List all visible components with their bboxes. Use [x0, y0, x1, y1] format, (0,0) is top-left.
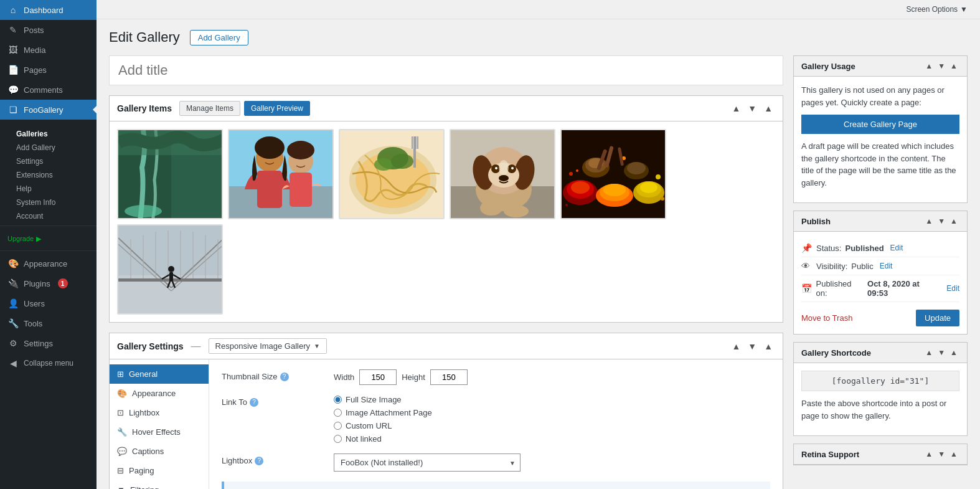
- published-edit-link[interactable]: Edit: [946, 284, 959, 293]
- gallery-image-3[interactable]: [339, 129, 445, 219]
- gallery-image-1[interactable]: [117, 129, 223, 219]
- svg-point-40: [571, 181, 590, 194]
- sidebar-label-tools: Tools: [24, 319, 42, 328]
- sidebar-item-dashboard[interactable]: ⌂ Dashboard: [0, 0, 97, 20]
- status-edit-link[interactable]: Edit: [890, 244, 903, 252]
- link-to-help-icon[interactable]: ?: [250, 398, 258, 407]
- screen-options-button[interactable]: Screen Options ▼: [901, 2, 973, 16]
- thumbnail-size-help-icon[interactable]: ?: [280, 373, 289, 381]
- sidebar-item-pages[interactable]: 📄 Pages: [0, 60, 97, 80]
- manage-items-tab[interactable]: Manage Items: [179, 101, 240, 116]
- gallery-image-6[interactable]: [117, 224, 223, 315]
- svg-point-77: [168, 266, 174, 272]
- gallery-tabs: Manage Items Gallery Preview: [179, 101, 310, 116]
- radio-custom-input[interactable]: [334, 422, 342, 430]
- sidebar-sub-add-gallery[interactable]: Add Gallery: [0, 141, 97, 154]
- create-gallery-page-button[interactable]: Create Gallery Page: [801, 115, 959, 134]
- sidebar-item-foogallery[interactable]: ❏ FooGallery: [0, 100, 97, 120]
- sidebar-sub-settings[interactable]: Settings: [0, 154, 97, 168]
- retina-toggle[interactable]: ▲: [948, 449, 959, 459]
- sidebar-sub-help[interactable]: Help: [0, 182, 97, 196]
- settings-body: ⊞ General 🎨 Appearance ⊡ Lightbox 🔧: [110, 359, 783, 489]
- lightbox-select[interactable]: NoneFooBox (Not installed!)Other: [334, 453, 521, 472]
- sidebar-label-plugins: Plugins: [24, 279, 50, 288]
- width-input[interactable]: [359, 369, 397, 385]
- thumbnail-size-field: Width Height: [334, 369, 770, 385]
- publish-title: Publish: [801, 217, 831, 226]
- retina-down[interactable]: ▼: [936, 449, 947, 459]
- gallery-usage-up[interactable]: ▲: [923, 61, 935, 71]
- gallery-image-4[interactable]: [450, 129, 555, 219]
- sidebar-item-tools[interactable]: 🔧 Tools: [0, 313, 97, 333]
- radio-not-linked-input[interactable]: [334, 435, 342, 443]
- radio-attachment-page[interactable]: Image Attachment Page: [334, 408, 770, 417]
- sidebar-item-media[interactable]: 🖼 Media: [0, 40, 97, 60]
- sidebar-item-appearance[interactable]: 🎨 Appearance: [0, 254, 97, 273]
- shortcode-code[interactable]: [foogallery id="31"]: [801, 371, 959, 391]
- publish-toggle[interactable]: ▲: [948, 216, 959, 226]
- add-gallery-button[interactable]: Add Gallery: [190, 30, 248, 45]
- publish-panel: Publish ▲ ▼ ▲ 📌 Status: Published Edit: [793, 211, 968, 335]
- retina-header: Retina Support ▲ ▼ ▲: [794, 444, 967, 465]
- radio-custom-url[interactable]: Custom URL: [334, 421, 770, 430]
- radio-full-size-input[interactable]: [334, 396, 342, 404]
- gallery-usage-toggle[interactable]: ▲: [948, 61, 959, 71]
- settings-nav-paging[interactable]: ⊟ Paging: [110, 461, 209, 480]
- sidebar-sub-account[interactable]: Account: [0, 209, 97, 223]
- sidebar-item-users[interactable]: 👤 Users: [0, 293, 97, 313]
- sidebar-collapse[interactable]: ◀ Collapse menu: [0, 353, 97, 373]
- gallery-items-header-left: Gallery Items Manage Items Gallery Previ…: [117, 101, 310, 116]
- gallery-preview-tab[interactable]: Gallery Preview: [244, 101, 310, 116]
- shortcode-up[interactable]: ▲: [923, 348, 935, 358]
- settings-nav-hover-effects[interactable]: 🔧 Hover Effects: [110, 422, 209, 442]
- sidebar-sub-extensions[interactable]: Extensions: [0, 168, 97, 182]
- panel-collapse-down-button[interactable]: ▼: [745, 102, 759, 115]
- settings-toggle[interactable]: ▲: [761, 340, 775, 353]
- publish-header: Publish ▲ ▼ ▲: [794, 211, 967, 232]
- settings-nav-general[interactable]: ⊞ General: [110, 364, 209, 384]
- panel-collapse-up-button[interactable]: ▲: [729, 102, 743, 115]
- panel-toggle-button[interactable]: ▲: [761, 102, 775, 115]
- retina-up[interactable]: ▲: [923, 449, 935, 459]
- settings-nav-lightbox[interactable]: ⊡ Lightbox: [110, 403, 209, 422]
- sidebar-upgrade[interactable]: Upgrade ▶: [0, 229, 97, 248]
- svg-point-32: [511, 167, 514, 169]
- gallery-type-select[interactable]: Responsive Image Gallery ▼: [209, 338, 327, 354]
- publish-up[interactable]: ▲: [923, 216, 935, 226]
- gallery-image-2[interactable]: [228, 129, 334, 219]
- svg-rect-20: [415, 136, 417, 149]
- main-column: Gallery Items Manage Items Gallery Previ…: [109, 55, 783, 489]
- publish-down[interactable]: ▼: [936, 216, 947, 226]
- sidebar-sub-system-info[interactable]: System Info: [0, 196, 97, 209]
- shortcode-toggle[interactable]: ▲: [948, 348, 959, 358]
- sidebar-item-posts[interactable]: ✎ Posts: [0, 20, 97, 40]
- settings-collapse-up[interactable]: ▲: [729, 340, 743, 353]
- status-label: Status:: [816, 244, 841, 253]
- svg-point-31: [495, 167, 497, 169]
- settings-nav-captions[interactable]: 💬 Captions: [110, 442, 209, 461]
- settings-nav-appearance[interactable]: 🎨 Appearance: [110, 384, 209, 403]
- radio-full-size[interactable]: Full Size Image: [334, 395, 770, 404]
- gallery-usage-down[interactable]: ▼: [936, 61, 947, 71]
- svg-point-17: [391, 154, 413, 169]
- appearance-nav-icon: 🎨: [117, 389, 127, 398]
- sidebar-item-plugins[interactable]: 🔌 Plugins 1: [0, 273, 97, 293]
- radio-attachment-input[interactable]: [334, 409, 342, 417]
- shortcode-down[interactable]: ▼: [936, 348, 947, 358]
- title-input[interactable]: [109, 55, 783, 85]
- gallery-image-5[interactable]: [560, 129, 666, 219]
- lightbox-help-icon[interactable]: ?: [255, 457, 263, 465]
- settings-collapse-down[interactable]: ▼: [745, 340, 759, 353]
- settings-nav-filtering[interactable]: ▼ Filtering: [110, 480, 209, 489]
- sidebar-item-comments[interactable]: 💬 Comments: [0, 80, 97, 100]
- hover-label: Hover Effects: [132, 427, 181, 437]
- retina-panel: Retina Support ▲ ▼ ▲: [793, 444, 968, 465]
- sidebar-item-settings[interactable]: ⚙ Settings: [0, 333, 97, 353]
- update-button[interactable]: Update: [916, 310, 959, 326]
- radio-not-linked[interactable]: Not linked: [334, 434, 770, 444]
- height-input[interactable]: [430, 369, 468, 385]
- visibility-edit-link[interactable]: Edit: [880, 262, 893, 270]
- move-to-trash-link[interactable]: Move to Trash: [801, 313, 852, 323]
- gallery-usage-title: Gallery Usage: [801, 62, 855, 71]
- gallery-settings-title: Gallery Settings: [117, 341, 184, 351]
